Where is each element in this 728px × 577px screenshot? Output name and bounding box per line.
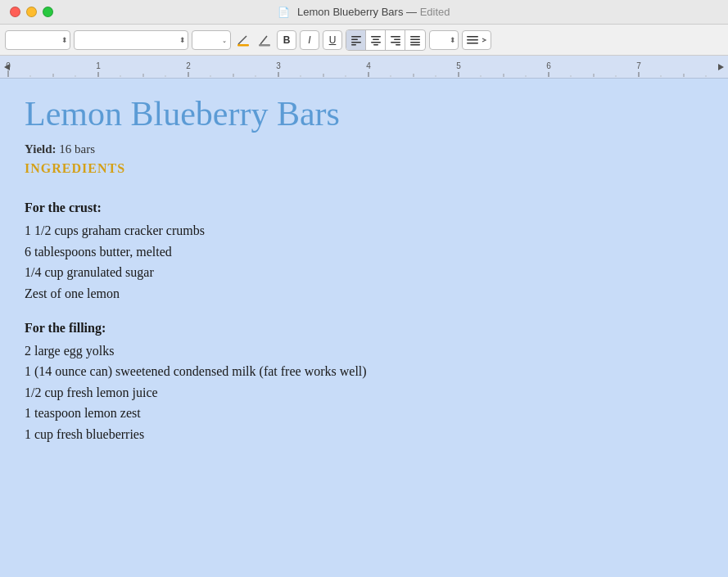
- svg-rect-16: [410, 36, 420, 38]
- svg-rect-23: [0, 56, 728, 78]
- svg-rect-18: [410, 42, 420, 43]
- bold-button[interactable]: B: [277, 30, 296, 50]
- filling-item-1: 2 large egg yolks: [25, 340, 703, 362]
- filling-item-5: 1 cup fresh blueberries: [25, 424, 703, 445]
- crust-item-2: 6 tablespoons butter, melted: [25, 241, 703, 263]
- filling-heading: For the filling:: [25, 321, 703, 336]
- yield-value: 16 bars: [59, 142, 95, 156]
- document-title[interactable]: Lemon Blueberry Bars: [25, 95, 703, 133]
- align-group: [346, 29, 426, 51]
- filling-section: For the filling: 2 large egg yolks 1 (14…: [25, 321, 703, 445]
- svg-text:0: 0: [6, 61, 11, 70]
- crust-item-4: Zest of one lemon: [25, 283, 703, 304]
- italic-button[interactable]: I: [300, 30, 319, 50]
- svg-rect-11: [373, 44, 378, 46]
- doc-icon: 📄: [278, 7, 290, 18]
- toolbar: B I U: [0, 25, 728, 56]
- window-title: 📄 Lemon Blueberry Bars — Edited: [278, 6, 450, 18]
- crust-heading: For the crust:: [25, 201, 703, 215]
- svg-text:5: 5: [456, 61, 461, 70]
- ruler-svg: 0 1 2 3 4 5 6 7: [0, 56, 728, 78]
- align-right-button[interactable]: [386, 30, 405, 50]
- svg-text:3: 3: [276, 61, 281, 70]
- filling-ingredients: 2 large egg yolks 1 (14 ounce can) sweet…: [25, 340, 703, 445]
- svg-rect-14: [391, 42, 400, 43]
- svg-text:2: 2: [186, 61, 191, 70]
- list-button[interactable]: [462, 30, 491, 50]
- crust-ingredients: 1 1/2 cups graham cracker crumbs 6 table…: [25, 220, 703, 304]
- svg-rect-17: [410, 38, 420, 40]
- italic-label: I: [308, 34, 310, 46]
- crust-item-1: 1 1/2 cups graham cracker crumbs: [25, 220, 703, 241]
- font-select[interactable]: [74, 30, 188, 50]
- crust-item-3: 1/4 cup granulated sugar: [25, 262, 703, 283]
- minimize-button[interactable]: [26, 7, 37, 17]
- svg-rect-15: [396, 44, 400, 46]
- document-area[interactable]: Lemon Blueberry Bars Yield: 16 bars INGR…: [0, 79, 728, 577]
- filling-item-2: 1 (14 ounce can) sweetened condensed mil…: [25, 361, 703, 382]
- spacing-select[interactable]: [429, 30, 459, 50]
- filling-item-4: 1 teaspoon lemon zest: [25, 403, 703, 424]
- color-tool-1[interactable]: [234, 30, 252, 50]
- align-justify-button[interactable]: [405, 30, 425, 50]
- close-button[interactable]: [10, 7, 20, 17]
- size-select[interactable]: [192, 30, 231, 50]
- title-bar: 📄 Lemon Blueberry Bars — Edited: [0, 0, 728, 25]
- align-center-button[interactable]: [366, 30, 386, 50]
- yield-line: Yield: 16 bars: [25, 142, 703, 156]
- svg-rect-7: [351, 44, 356, 46]
- underline-button[interactable]: U: [323, 30, 342, 50]
- color-tool-2[interactable]: [255, 30, 274, 50]
- yield-label: Yield:: [25, 142, 57, 156]
- svg-text:4: 4: [366, 61, 371, 70]
- ingredients-heading: INGREDIENTS: [25, 161, 703, 176]
- svg-rect-4: [351, 36, 361, 38]
- svg-rect-10: [371, 42, 381, 43]
- title-separator: —: [406, 6, 420, 18]
- align-left-button[interactable]: [346, 30, 366, 50]
- underline-label: U: [329, 34, 337, 46]
- svg-rect-6: [351, 42, 361, 43]
- svg-line-2: [260, 36, 267, 44]
- crust-section: For the crust: 1 1/2 cups graham cracker…: [25, 201, 703, 304]
- style-select[interactable]: [5, 30, 70, 50]
- svg-line-0: [238, 36, 246, 44]
- document-title: Lemon Blueberry Bars: [297, 6, 403, 18]
- spacing-select-wrapper[interactable]: [429, 30, 459, 50]
- svg-rect-8: [371, 36, 381, 38]
- svg-rect-12: [391, 36, 400, 38]
- svg-text:1: 1: [96, 61, 101, 70]
- svg-text:6: 6: [546, 61, 551, 70]
- ruler: 0 1 2 3 4 5 6 7: [0, 56, 728, 79]
- svg-rect-22: [467, 43, 478, 44]
- svg-text:7: 7: [636, 61, 641, 70]
- svg-rect-19: [410, 44, 420, 46]
- svg-rect-9: [373, 38, 379, 40]
- svg-rect-21: [467, 39, 478, 41]
- window-buttons: [10, 7, 53, 17]
- style-select-wrapper[interactable]: [5, 30, 70, 50]
- size-select-wrapper[interactable]: [192, 30, 231, 50]
- svg-rect-13: [394, 38, 400, 40]
- svg-rect-3: [259, 44, 270, 47]
- svg-rect-5: [351, 38, 358, 40]
- maximize-button[interactable]: [43, 7, 53, 17]
- svg-rect-20: [467, 36, 478, 38]
- font-select-wrapper[interactable]: [74, 30, 188, 50]
- edited-label: Edited: [420, 6, 450, 18]
- bold-label: B: [283, 34, 291, 46]
- filling-item-3: 1/2 cup fresh lemon juice: [25, 382, 703, 403]
- svg-rect-1: [237, 44, 249, 47]
